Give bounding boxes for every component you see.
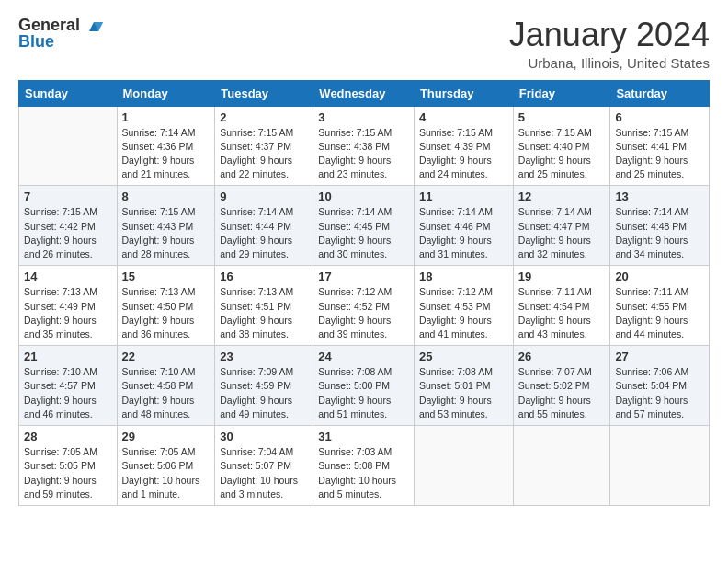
sunset-text: Sunset: 5:01 PM	[419, 379, 508, 393]
day-number: 11	[419, 190, 508, 203]
week-row-0: 1Sunrise: 7:14 AMSunset: 4:36 PMDaylight…	[19, 106, 710, 186]
calendar-cell: 4Sunrise: 7:15 AMSunset: 4:39 PMDaylight…	[414, 106, 513, 186]
day-detail: Sunrise: 7:04 AMSunset: 5:07 PMDaylight:…	[220, 445, 308, 501]
sunrise-text: Sunrise: 7:15 AM	[122, 205, 210, 219]
daylight-text: Daylight: 9 hours and 34 minutes.	[615, 234, 704, 261]
sunrise-text: Sunrise: 7:14 AM	[518, 205, 606, 219]
day-number: 18	[419, 270, 508, 283]
day-number: 27	[615, 350, 704, 363]
sunset-text: Sunset: 4:55 PM	[615, 300, 704, 314]
day-number: 31	[318, 430, 409, 443]
calendar-cell: 24Sunrise: 7:08 AMSunset: 5:00 PMDayligh…	[313, 346, 415, 426]
sunrise-text: Sunrise: 7:08 AM	[318, 365, 409, 379]
sunrise-text: Sunrise: 7:11 AM	[615, 285, 704, 299]
day-number: 28	[24, 430, 112, 443]
sunset-text: Sunset: 5:00 PM	[318, 379, 409, 393]
weekday-header-row: SundayMondayTuesdayWednesdayThursdayFrid…	[19, 80, 710, 106]
calendar-cell: 17Sunrise: 7:12 AMSunset: 4:52 PMDayligh…	[313, 266, 415, 346]
sunset-text: Sunset: 4:51 PM	[220, 300, 308, 314]
weekday-header-saturday: Saturday	[610, 80, 710, 106]
calendar-cell: 15Sunrise: 7:13 AMSunset: 4:50 PMDayligh…	[117, 266, 215, 346]
day-detail: Sunrise: 7:15 AMSunset: 4:41 PMDaylight:…	[615, 126, 704, 182]
day-number: 14	[24, 270, 112, 283]
day-detail: Sunrise: 7:05 AMSunset: 5:06 PMDaylight:…	[122, 445, 210, 501]
day-number: 3	[318, 110, 409, 124]
sunset-text: Sunset: 4:36 PM	[122, 140, 210, 154]
day-number: 9	[220, 190, 308, 203]
day-detail: Sunrise: 7:12 AMSunset: 4:52 PMDaylight:…	[318, 285, 409, 341]
day-detail: Sunrise: 7:14 AMSunset: 4:48 PMDaylight:…	[615, 205, 704, 261]
sunrise-text: Sunrise: 7:08 AM	[419, 365, 508, 379]
day-detail: Sunrise: 7:11 AMSunset: 4:54 PMDaylight:…	[518, 285, 606, 341]
day-detail: Sunrise: 7:14 AMSunset: 4:44 PMDaylight:…	[220, 205, 308, 261]
sunset-text: Sunset: 4:40 PM	[518, 140, 606, 154]
day-detail: Sunrise: 7:13 AMSunset: 4:50 PMDaylight:…	[122, 285, 210, 341]
calendar-cell: 23Sunrise: 7:09 AMSunset: 4:59 PMDayligh…	[215, 346, 313, 426]
sunrise-text: Sunrise: 7:10 AM	[24, 365, 112, 379]
sunrise-text: Sunrise: 7:05 AM	[24, 445, 112, 459]
day-detail: Sunrise: 7:07 AMSunset: 5:02 PMDaylight:…	[518, 365, 606, 421]
daylight-text: Daylight: 9 hours and 32 minutes.	[518, 234, 606, 261]
sunset-text: Sunset: 4:47 PM	[518, 220, 606, 234]
day-detail: Sunrise: 7:08 AMSunset: 5:01 PMDaylight:…	[419, 365, 508, 421]
day-detail: Sunrise: 7:11 AMSunset: 4:55 PMDaylight:…	[615, 285, 704, 341]
calendar-cell: 31Sunrise: 7:03 AMSunset: 5:08 PMDayligh…	[313, 426, 415, 506]
day-number: 19	[518, 270, 606, 283]
calendar-cell: 1Sunrise: 7:14 AMSunset: 4:36 PMDaylight…	[117, 106, 215, 186]
sunrise-text: Sunrise: 7:14 AM	[122, 126, 210, 140]
sunset-text: Sunset: 4:57 PM	[24, 379, 112, 393]
sunrise-text: Sunrise: 7:14 AM	[419, 205, 508, 219]
day-detail: Sunrise: 7:14 AMSunset: 4:36 PMDaylight:…	[122, 126, 210, 182]
sunset-text: Sunset: 4:43 PM	[122, 220, 210, 234]
calendar-cell: 20Sunrise: 7:11 AMSunset: 4:55 PMDayligh…	[610, 266, 710, 346]
calendar-cell: 16Sunrise: 7:13 AMSunset: 4:51 PMDayligh…	[215, 266, 313, 346]
sunset-text: Sunset: 4:53 PM	[419, 300, 508, 314]
sunset-text: Sunset: 5:04 PM	[615, 379, 704, 393]
day-number: 22	[122, 350, 210, 363]
day-number: 25	[419, 350, 508, 363]
sunset-text: Sunset: 4:37 PM	[220, 140, 308, 154]
calendar-cell	[610, 426, 710, 506]
sunrise-text: Sunrise: 7:05 AM	[122, 445, 210, 459]
daylight-text: Daylight: 9 hours and 30 minutes.	[318, 234, 409, 261]
sunset-text: Sunset: 5:06 PM	[122, 459, 210, 473]
sunrise-text: Sunrise: 7:14 AM	[318, 205, 409, 219]
week-row-4: 28Sunrise: 7:05 AMSunset: 5:05 PMDayligh…	[19, 426, 710, 506]
sunrise-text: Sunrise: 7:15 AM	[419, 126, 508, 140]
daylight-text: Daylight: 9 hours and 55 minutes.	[518, 394, 606, 421]
calendar-cell	[414, 426, 513, 506]
day-number: 24	[318, 350, 409, 363]
sunset-text: Sunset: 4:44 PM	[220, 220, 308, 234]
sunset-text: Sunset: 4:39 PM	[419, 140, 508, 154]
day-detail: Sunrise: 7:15 AMSunset: 4:39 PMDaylight:…	[419, 126, 508, 182]
week-row-3: 21Sunrise: 7:10 AMSunset: 4:57 PMDayligh…	[19, 346, 710, 426]
daylight-text: Daylight: 9 hours and 24 minutes.	[419, 154, 508, 181]
daylight-text: Daylight: 9 hours and 31 minutes.	[419, 234, 508, 261]
day-number: 20	[615, 270, 704, 283]
sunrise-text: Sunrise: 7:12 AM	[318, 285, 409, 299]
day-detail: Sunrise: 7:10 AMSunset: 4:58 PMDaylight:…	[122, 365, 210, 421]
day-number: 1	[122, 110, 210, 124]
sunset-text: Sunset: 5:08 PM	[318, 459, 409, 473]
calendar-cell: 26Sunrise: 7:07 AMSunset: 5:02 PMDayligh…	[513, 346, 610, 426]
day-detail: Sunrise: 7:15 AMSunset: 4:40 PMDaylight:…	[518, 126, 606, 182]
daylight-text: Daylight: 9 hours and 49 minutes.	[220, 394, 308, 421]
daylight-text: Daylight: 9 hours and 41 minutes.	[419, 314, 508, 341]
daylight-text: Daylight: 9 hours and 51 minutes.	[318, 394, 409, 421]
sunset-text: Sunset: 4:41 PM	[615, 140, 704, 154]
daylight-text: Daylight: 10 hours and 5 minutes.	[318, 474, 409, 501]
sunset-text: Sunset: 4:48 PM	[615, 220, 704, 234]
day-detail: Sunrise: 7:03 AMSunset: 5:08 PMDaylight:…	[318, 445, 409, 501]
calendar-cell: 9Sunrise: 7:14 AMSunset: 4:44 PMDaylight…	[215, 186, 313, 266]
sunrise-text: Sunrise: 7:15 AM	[318, 126, 409, 140]
logo-icon	[84, 15, 104, 35]
calendar-cell: 29Sunrise: 7:05 AMSunset: 5:06 PMDayligh…	[117, 426, 215, 506]
day-number: 29	[122, 430, 210, 443]
day-detail: Sunrise: 7:13 AMSunset: 4:49 PMDaylight:…	[24, 285, 112, 341]
sunset-text: Sunset: 5:05 PM	[24, 459, 112, 473]
calendar-cell: 28Sunrise: 7:05 AMSunset: 5:05 PMDayligh…	[19, 426, 118, 506]
daylight-text: Daylight: 9 hours and 59 minutes.	[24, 474, 112, 501]
calendar-cell: 27Sunrise: 7:06 AMSunset: 5:04 PMDayligh…	[610, 346, 710, 426]
weekday-header-tuesday: Tuesday	[215, 80, 313, 106]
calendar-cell: 11Sunrise: 7:14 AMSunset: 4:46 PMDayligh…	[414, 186, 513, 266]
